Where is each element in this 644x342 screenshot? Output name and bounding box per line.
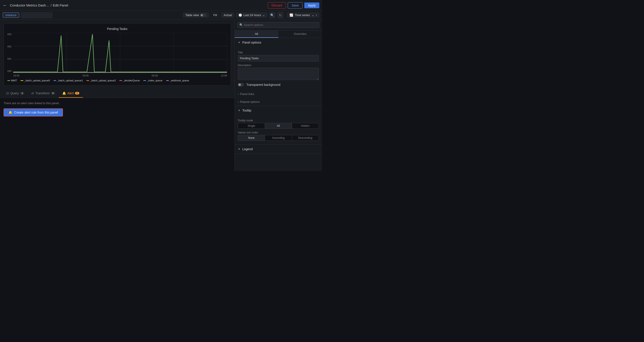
chart-legend: WAIT _batch_upload_queue0 _batch_upload_… [8,79,227,82]
panel-title-input[interactable] [238,55,319,61]
query-icon: ⊡ [6,91,9,95]
legend-batch0-label: _batch_upload_queue0 [24,79,50,82]
panel-links-header[interactable]: › Panel links [235,90,322,98]
legend-wait-label: WAIT [11,79,17,82]
panel-type-chevron: ⌄ [312,13,314,17]
tooltip-mode-hidden[interactable]: Hidden [292,123,319,129]
tab-query-label: Query [10,91,19,95]
panel-type-label: Time series [295,13,310,17]
tab-alert[interactable]: 🔔 Alert 0 [59,89,83,98]
create-alert-button[interactable]: 🔔 Create alert rule from this panel [4,108,63,117]
search-options-input[interactable] [243,22,317,28]
panel-links-chevron: › [238,92,239,96]
panel-options-title: Panel options [242,41,261,44]
panel-options-content: Title Description Transparent background [235,47,322,90]
legend-wait: WAIT [8,79,17,82]
tab-query-badge: 1 [20,92,24,95]
legend-header[interactable]: ▼ Legend [235,145,322,154]
chart-svg [13,33,227,73]
top-header: ← Conductor Metrics Dash… / Edit Panel D… [0,0,322,11]
legend-batch1-dot [54,80,56,81]
legend-title: Legend [242,147,253,151]
sort-none[interactable]: None [238,135,265,141]
table-view-toggle[interactable]: Table view [183,12,209,18]
tab-all[interactable]: All [235,30,278,38]
transparent-label: Transparent background [246,83,280,87]
tab-query[interactable]: ⊡ Query 1 [3,89,28,98]
repeat-options-chevron: › [238,100,239,104]
panel-description-input[interactable] [238,68,319,80]
panel-options-chevron: ▼ [238,41,240,44]
alert-panel: There are no alert rules linked to this … [0,98,234,171]
search-options-bar: 🔍 [235,20,322,30]
tooltip-content: Tooltip mode Single All Hidden Values so… [235,115,322,144]
transparent-row: Transparent background [238,83,319,87]
transparent-toggle[interactable] [238,83,244,87]
repeat-options-label: Repeat options [240,100,260,104]
panel-type-selector[interactable]: 📈 Time series ⌄ › [287,12,319,18]
chart-box: Pending Tasks 693 692 691 690 [4,23,231,86]
tooltip-title: Tooltip [242,109,251,112]
search-icon: 🔍 [239,23,243,27]
legend-decider-label: _deciderQueue [123,79,140,82]
table-view-switch[interactable] [200,14,206,17]
apply-button[interactable]: Apply [304,2,319,8]
description-field-label: Description [238,64,319,67]
legend-section: ▼ Legend [235,145,322,154]
tooltip-chevron: ▼ [238,109,240,112]
save-button[interactable]: Save [288,2,302,8]
tooltip-header[interactable]: ▼ Tooltip [235,106,322,115]
right-panel: 🔍 All Overrides ▼ Panel options Title De [235,20,322,171]
tab-overrides[interactable]: Overrides [278,30,322,38]
panel-links-label: Panel links [240,92,254,96]
legend-index: _index_queue [143,79,162,82]
legend-batch0-dot [20,80,23,81]
right-panel-inner: 🔍 All Overrides ▼ Panel options Title De [235,20,322,154]
sort-descending[interactable]: Descending [292,135,319,141]
y-label-691: 691 [8,57,12,60]
tooltip-mode-single[interactable]: Single [238,123,265,129]
tooltip-mode-all[interactable]: All [265,123,292,129]
time-range-button[interactable]: 🕐 Last 24 hours ⌄ [236,12,267,18]
instance-dropdown[interactable] [21,12,52,18]
options-tabs: All Overrides [235,30,322,38]
create-alert-icon: 🔔 [8,111,12,114]
search-box-wrap: 🔍 [237,22,319,28]
chart-container: Pending Tasks 693 692 691 690 [0,20,234,89]
table-view-label: Table view [186,13,199,17]
main-layout: Pending Tasks 693 692 691 690 [0,20,322,171]
time-range-chevron: ⌄ [262,13,265,17]
transform-icon: ⇄ [31,91,34,95]
clock-icon: 🕐 [238,13,242,17]
sort-order-group: None Ascending Descending [238,135,319,141]
legend-index-dot [143,80,146,81]
actual-button[interactable]: Actual [221,12,234,18]
create-alert-label: Create alert rule from this panel [14,111,58,114]
panel-options-header[interactable]: ▼ Panel options [235,38,322,47]
toolbar-row: instance Table view Fill Actual 🕐 Last 2… [0,11,322,20]
zoom-button[interactable]: 🔍 [269,12,276,18]
tab-transform-label: Transform [36,91,50,95]
x-label-1200: 12:00 [221,74,227,77]
y-label-690: 690 [8,70,12,72]
breadcrumb: Conductor Metrics Dash… / Edit Panel [10,3,68,7]
tooltip-mode-group: Single All Hidden [238,123,319,129]
legend-wait-dot [8,80,10,81]
repeat-options-header[interactable]: › Repeat options [235,98,322,106]
legend-batch2-dot [86,80,89,81]
tab-transform[interactable]: ⇄ Transform 0 [28,89,58,98]
panel-options-section: ▼ Panel options Title Description Transp… [235,38,322,106]
back-button[interactable]: ← [3,3,7,8]
sort-ascending[interactable]: Ascending [265,135,292,141]
breadcrumb-main[interactable]: Conductor Metrics Dash… [10,3,49,7]
legend-decider-dot [119,80,122,81]
refresh-button[interactable]: ↻ [277,12,284,18]
breadcrumb-sub: Edit Panel [53,3,68,7]
discard-button[interactable]: Discard [268,2,286,8]
fill-button[interactable]: Fill [211,12,220,18]
bottom-tabs: ⊡ Query 1 ⇄ Transform 0 🔔 Alert 0 [0,89,234,98]
chart-title: Pending Tasks [8,27,227,31]
alert-icon: 🔔 [62,91,66,95]
instance-tab[interactable]: instance [3,12,19,18]
left-panel: Pending Tasks 693 692 691 690 [0,20,235,171]
